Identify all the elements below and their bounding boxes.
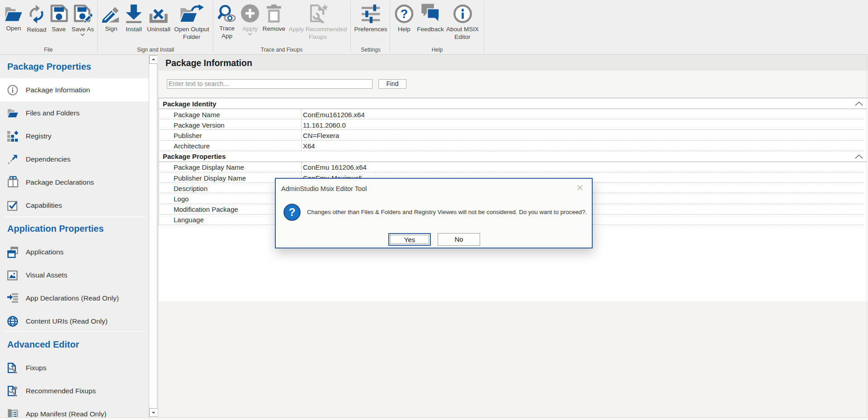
- svg-text:?: ?: [289, 206, 296, 218]
- svg-text:?: ?: [401, 7, 408, 21]
